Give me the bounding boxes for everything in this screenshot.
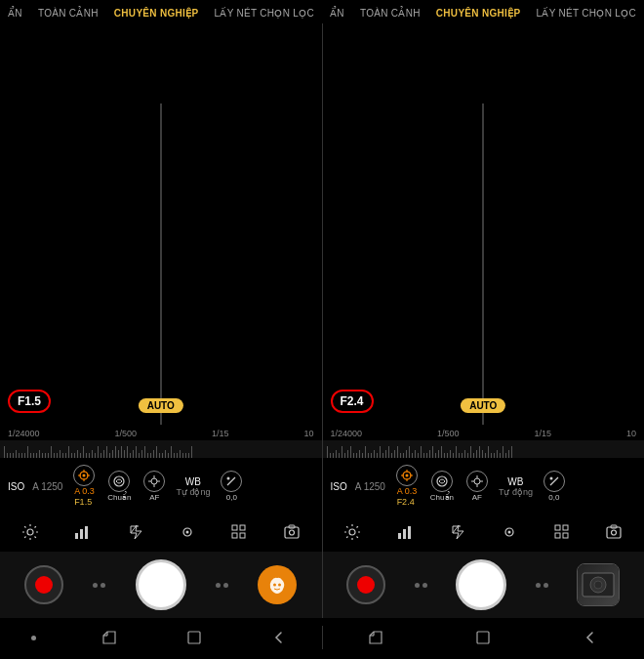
tick <box>330 453 331 458</box>
exposure-btn-right[interactable]: 0,0 <box>541 471 568 502</box>
svg-rect-22 <box>232 525 237 530</box>
thumbnail-right[interactable] <box>577 563 620 606</box>
svg-point-32 <box>405 474 408 477</box>
settings-gear-left[interactable] <box>17 518 44 546</box>
shutter-3-right: 1/15 <box>534 429 551 438</box>
aperture-badge-left[interactable]: F1.5 <box>8 390 51 413</box>
tick <box>406 450 407 458</box>
af-btn-left[interactable]: AF <box>141 471 168 502</box>
ruler-bar-left[interactable] <box>0 440 322 458</box>
wb-btn-left[interactable]: WB Tự động <box>176 476 210 497</box>
grid-right[interactable] <box>548 518 576 546</box>
dots-right-left[interactable] <box>216 583 228 588</box>
svg-point-62 <box>594 581 602 589</box>
af-icon-right <box>466 471 488 492</box>
histogram-left[interactable] <box>68 518 96 546</box>
tick <box>342 446 342 458</box>
shutter-button-left[interactable] <box>136 559 186 610</box>
auto-badge-left[interactable]: AUTO <box>139 398 183 413</box>
shutter-row-right <box>323 552 645 618</box>
viewfinder-right[interactable]: F2.4 AUTO <box>323 23 645 425</box>
wb-text-right: WB <box>507 476 523 487</box>
tick <box>435 453 436 458</box>
record-button-left[interactable] <box>24 565 63 604</box>
record-button-right[interactable] <box>346 565 385 604</box>
tick <box>500 453 501 458</box>
tick <box>374 450 375 458</box>
ev-icon-right <box>396 465 418 486</box>
tick <box>62 453 63 458</box>
nav-item-an-right[interactable]: ẨN <box>330 8 344 19</box>
bottom-recent-left[interactable] <box>98 626 121 649</box>
aperture-badge-right[interactable]: F2.4 <box>331 390 374 413</box>
wb-btn-right[interactable]: WB Tự động <box>499 476 533 497</box>
shutter-labels-left: 1/24000 1/500 1/15 10 <box>0 427 322 440</box>
nav-item-an-left[interactable]: ẨN <box>8 8 22 19</box>
bixby-button-left[interactable] <box>258 565 297 604</box>
thumbnail-preview <box>578 564 619 605</box>
focus-mode-right[interactable] <box>496 518 523 546</box>
tick <box>333 453 334 458</box>
histogram-right[interactable] <box>391 518 419 546</box>
tick <box>482 450 483 458</box>
dots-left-right[interactable] <box>415 583 427 588</box>
bottom-home-left[interactable] <box>182 626 206 649</box>
exposure-icon-left <box>221 471 242 492</box>
af-label-left: AF <box>149 493 159 502</box>
tick <box>508 450 509 458</box>
std-btn-right[interactable]: Chuẩn <box>428 471 456 502</box>
svg-point-44 <box>549 477 552 480</box>
auto-badge-right[interactable]: AUTO <box>461 398 505 413</box>
flash-right[interactable] <box>443 518 470 546</box>
camera-panel-left: F1.5 AUTO 1/24000 1/500 1/15 10 <box>0 23 323 618</box>
ev-btn-left[interactable]: A 0.3 F1.5 <box>70 465 98 508</box>
ev-yellow-left: F1.5 <box>74 497 95 508</box>
nav-item-toan-canh-right[interactable]: TOÀN CẢNH <box>360 8 421 19</box>
grid-left[interactable] <box>225 518 253 546</box>
tick <box>418 453 419 458</box>
dot4-left <box>223 583 228 588</box>
shutter-1-right: 1/24000 <box>331 429 363 438</box>
focus-mode-left[interactable] <box>174 518 201 546</box>
dot3-left <box>216 583 221 588</box>
exposure-icon-right <box>543 471 565 492</box>
bottom-home-right[interactable] <box>471 626 495 649</box>
bottom-navigation <box>0 618 644 659</box>
nav-item-lay-net-left[interactable]: LẤY NÉT CHỌN LỌC <box>214 8 313 19</box>
settings-row-right <box>323 513 645 552</box>
tick <box>121 446 122 458</box>
viewfinder-left[interactable]: F1.5 AUTO <box>0 23 322 425</box>
tick <box>48 453 49 458</box>
std-btn-left[interactable]: Chuẩn <box>105 471 133 502</box>
nav-item-chuyen-nghiep-right[interactable]: CHUYÊN NGHIỆP <box>436 8 521 19</box>
wb-num-right: 0,0 <box>548 493 559 502</box>
exposure-btn-left[interactable]: 0,0 <box>218 471 245 502</box>
tick <box>447 453 448 458</box>
bottom-back-right[interactable] <box>579 626 602 649</box>
dots-left[interactable] <box>93 583 105 588</box>
ruler-bar-right[interactable] <box>323 440 645 458</box>
dots-right-right[interactable] <box>536 583 548 588</box>
bottom-back-left[interactable] <box>267 626 291 649</box>
camera-switch-right[interactable] <box>600 518 627 546</box>
tick <box>177 453 178 458</box>
tick <box>141 450 142 458</box>
flash-left[interactable] <box>121 518 148 546</box>
shutter-button-right[interactable] <box>456 559 506 610</box>
tick <box>112 450 113 458</box>
tick <box>30 453 31 458</box>
tick <box>174 453 175 458</box>
nav-item-chuyen-nghiep-left[interactable]: CHUYÊN NGHIỆP <box>114 8 199 19</box>
tick <box>494 453 495 458</box>
af-btn-right[interactable]: AF <box>463 471 491 502</box>
nav-item-toan-canh-left[interactable]: TOÀN CẢNH <box>38 8 99 19</box>
settings-gear-right[interactable] <box>339 518 366 546</box>
nav-item-lay-net-right[interactable]: LẤY NÉT CHỌN LỌC <box>536 8 635 19</box>
ev-btn-right[interactable]: A 0.3 F2.4 <box>393 465 421 508</box>
svg-rect-48 <box>408 526 411 539</box>
bottom-recent-right[interactable] <box>364 626 387 649</box>
camera-switch-left[interactable] <box>278 518 305 546</box>
tick <box>356 453 357 458</box>
tick <box>65 453 66 458</box>
iso-val-left: A 1250 <box>32 481 62 492</box>
